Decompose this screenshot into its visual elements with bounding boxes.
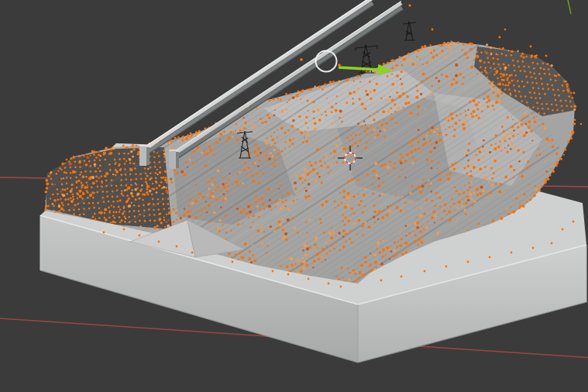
post1-side — [146, 147, 150, 165]
post2-front — [169, 151, 176, 169]
post2-side — [176, 152, 179, 168]
viewport-canvas[interactable] — [0, 0, 588, 392]
post1-front — [139, 146, 146, 166]
3d-viewport[interactable] — [0, 0, 588, 392]
